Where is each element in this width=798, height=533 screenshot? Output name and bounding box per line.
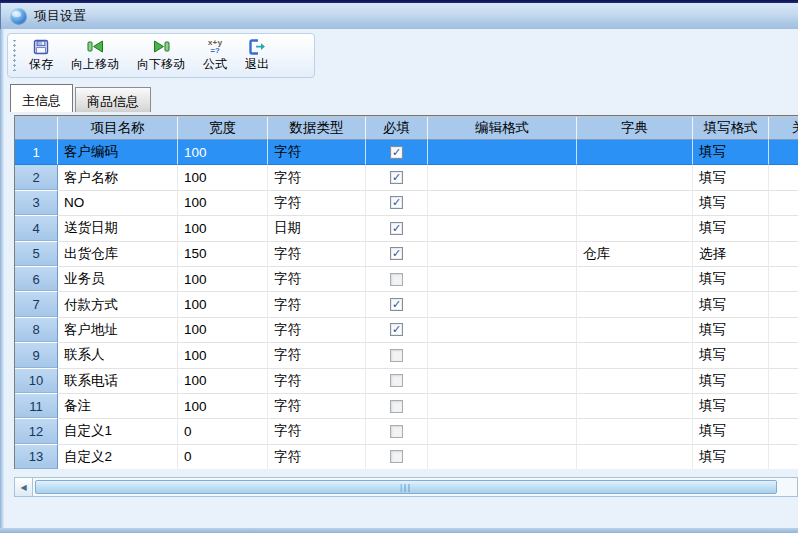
table-row[interactable]: 5出货仓库150字符✓仓库选择 xyxy=(15,242,798,267)
table-row[interactable]: 1客户编码100字符✓填写 xyxy=(15,140,798,165)
required-checkbox-unchecked[interactable] xyxy=(390,400,403,413)
cell-name[interactable]: 客户地址 xyxy=(58,318,178,343)
column-header-dict[interactable]: 字典 xyxy=(577,117,693,140)
cell-rownum[interactable]: 4 xyxy=(15,216,58,241)
move-up-button[interactable]: 向上移动 xyxy=(62,36,128,75)
cell-width[interactable]: 100 xyxy=(178,292,268,317)
cell-required[interactable] xyxy=(366,394,428,419)
cell-type[interactable]: 字符 xyxy=(268,343,366,368)
cell-width[interactable]: 0 xyxy=(178,445,268,469)
cell-type[interactable]: 字符 xyxy=(268,292,366,317)
horizontal-scrollbar[interactable]: ◀ xyxy=(14,477,798,497)
cell-name[interactable]: 客户编码 xyxy=(58,140,178,165)
required-checkbox-checked[interactable]: ✓ xyxy=(390,247,403,260)
cell-dict[interactable] xyxy=(577,292,693,317)
cell-fill[interactable]: 填写 xyxy=(693,419,769,444)
required-checkbox-unchecked[interactable] xyxy=(390,450,403,463)
cell-name[interactable]: 备注 xyxy=(58,394,178,419)
column-header-more[interactable]: 关 xyxy=(769,117,798,140)
table-row[interactable]: 13自定义20字符填写 xyxy=(15,445,798,469)
cell-width[interactable]: 100 xyxy=(178,216,268,241)
cell-required[interactable]: ✓ xyxy=(366,191,428,216)
cell-rownum[interactable]: 13 xyxy=(15,445,58,469)
cell-more[interactable] xyxy=(769,318,798,343)
cell-more[interactable] xyxy=(769,343,798,368)
cell-name[interactable]: 送货日期 xyxy=(58,216,178,241)
cell-width[interactable]: 150 xyxy=(178,242,268,267)
required-checkbox-unchecked[interactable] xyxy=(390,374,403,387)
cell-type[interactable]: 字符 xyxy=(268,445,366,469)
cell-width[interactable]: 100 xyxy=(178,267,268,292)
cell-fill[interactable]: 填写 xyxy=(693,343,769,368)
scrollbar-thumb[interactable] xyxy=(35,480,777,494)
cell-rownum[interactable]: 8 xyxy=(15,318,58,343)
cell-dict[interactable] xyxy=(577,343,693,368)
cell-rownum[interactable]: 3 xyxy=(15,191,58,216)
cell-name[interactable]: 自定义1 xyxy=(58,419,178,444)
cell-fill[interactable]: 填写 xyxy=(693,191,769,216)
cell-dict[interactable] xyxy=(577,140,693,165)
titlebar[interactable]: 项目设置 xyxy=(0,3,798,29)
cell-required[interactable]: ✓ xyxy=(366,140,428,165)
cell-edit-format[interactable] xyxy=(428,292,577,317)
cell-width[interactable]: 100 xyxy=(178,191,268,216)
cell-fill[interactable]: 选择 xyxy=(693,242,769,267)
cell-rownum[interactable]: 11 xyxy=(15,394,58,419)
cell-rownum[interactable]: 5 xyxy=(15,242,58,267)
cell-edit-format[interactable] xyxy=(428,140,577,165)
cell-fill[interactable]: 填写 xyxy=(693,445,769,469)
cell-type[interactable]: 字符 xyxy=(268,394,366,419)
required-checkbox-checked[interactable]: ✓ xyxy=(390,222,403,235)
cell-fill[interactable]: 填写 xyxy=(693,216,769,241)
table-row[interactable]: 8客户地址100字符✓填写 xyxy=(15,318,798,343)
cell-required[interactable] xyxy=(366,343,428,368)
cell-type[interactable]: 字符 xyxy=(268,165,366,190)
cell-more[interactable] xyxy=(769,216,798,241)
column-header-fill[interactable]: 填写格式 xyxy=(693,117,769,140)
cell-type[interactable]: 字符 xyxy=(268,140,366,165)
cell-width[interactable]: 100 xyxy=(178,140,268,165)
cell-more[interactable] xyxy=(769,419,798,444)
table-row[interactable]: 9联系人100字符填写 xyxy=(15,343,798,368)
cell-name[interactable]: 付款方式 xyxy=(58,292,178,317)
required-checkbox-checked[interactable]: ✓ xyxy=(390,146,403,159)
cell-edit-format[interactable] xyxy=(428,343,577,368)
formula-button[interactable]: x+y =? 公式 xyxy=(194,36,236,75)
cell-more[interactable] xyxy=(769,394,798,419)
cell-edit-format[interactable] xyxy=(428,394,577,419)
cell-dict[interactable] xyxy=(577,419,693,444)
cell-edit-format[interactable] xyxy=(428,318,577,343)
cell-dict[interactable] xyxy=(577,369,693,394)
exit-button[interactable]: 退出 xyxy=(236,36,278,75)
table-row[interactable]: 7付款方式100字符✓填写 xyxy=(15,292,798,317)
cell-more[interactable] xyxy=(769,140,798,165)
column-header-width[interactable]: 宽度 xyxy=(178,117,268,140)
cell-fill[interactable]: 填写 xyxy=(693,394,769,419)
cell-dict[interactable] xyxy=(577,191,693,216)
cell-width[interactable]: 0 xyxy=(178,419,268,444)
cell-rownum[interactable]: 10 xyxy=(15,369,58,394)
cell-fill[interactable]: 填写 xyxy=(693,292,769,317)
cell-dict[interactable] xyxy=(577,394,693,419)
cell-name[interactable]: 出货仓库 xyxy=(58,242,178,267)
required-checkbox-checked[interactable]: ✓ xyxy=(390,171,403,184)
cell-dict[interactable] xyxy=(577,216,693,241)
table-row[interactable]: 12自定义10字符填写 xyxy=(15,419,798,444)
cell-name[interactable]: 业务员 xyxy=(58,267,178,292)
cell-fill[interactable]: 填写 xyxy=(693,165,769,190)
cell-more[interactable] xyxy=(769,292,798,317)
cell-width[interactable]: 100 xyxy=(178,369,268,394)
cell-required[interactable]: ✓ xyxy=(366,292,428,317)
table-row[interactable]: 3NO100字符✓填写 xyxy=(15,191,798,216)
cell-required[interactable] xyxy=(366,369,428,394)
cell-edit-format[interactable] xyxy=(428,419,577,444)
cell-edit-format[interactable] xyxy=(428,242,577,267)
cell-dict[interactable]: 仓库 xyxy=(577,242,693,267)
cell-type[interactable]: 字符 xyxy=(268,419,366,444)
cell-rownum[interactable]: 9 xyxy=(15,343,58,368)
cell-edit-format[interactable] xyxy=(428,191,577,216)
column-header-name[interactable]: 项目名称 xyxy=(58,117,178,140)
cell-required[interactable]: ✓ xyxy=(366,318,428,343)
cell-width[interactable]: 100 xyxy=(178,165,268,190)
required-checkbox-checked[interactable]: ✓ xyxy=(390,298,403,311)
